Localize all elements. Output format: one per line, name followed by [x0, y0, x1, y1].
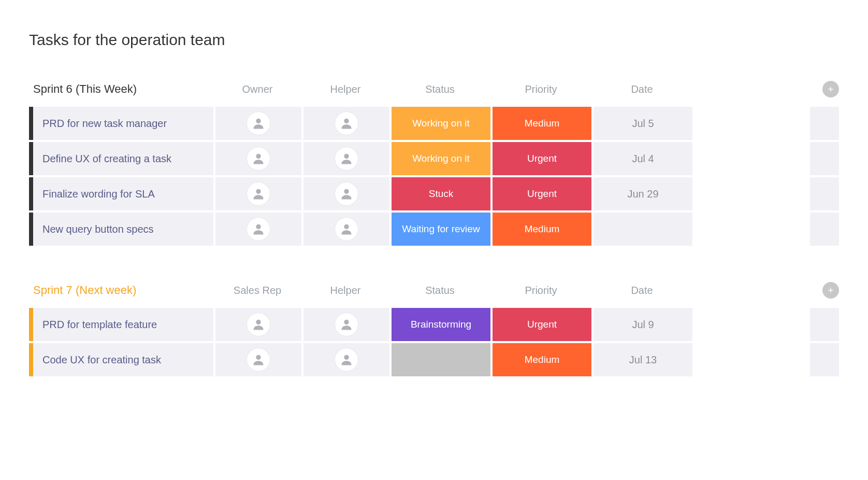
- avatar: [335, 147, 358, 170]
- task-group: Sprint 7 (Next week)Sales RepHelperStatu…: [29, 279, 839, 376]
- helper-cell[interactable]: [303, 213, 389, 246]
- priority-cell[interactable]: Medium: [493, 343, 591, 376]
- status-cell[interactable]: Working on it: [392, 107, 490, 140]
- group-title[interactable]: Sprint 7 (Next week): [33, 284, 213, 297]
- person-icon: [339, 222, 354, 236]
- task-group: Sprint 6 (This Week)OwnerHelperStatusPri…: [29, 78, 839, 246]
- owner-cell[interactable]: [215, 308, 301, 341]
- person-icon: [251, 116, 266, 131]
- svg-point-6: [256, 224, 261, 229]
- column-header[interactable]: Status: [389, 285, 490, 297]
- column-header[interactable]: Helper: [301, 83, 389, 95]
- table-row[interactable]: Define UX of creating a taskWorking on i…: [29, 142, 839, 175]
- table-row[interactable]: Finalize wording for SLAStuckUrgentJun 2…: [29, 177, 839, 210]
- avatar: [335, 218, 358, 241]
- owner-cell[interactable]: [215, 343, 301, 376]
- svg-point-8: [256, 320, 261, 324]
- owner-cell[interactable]: [215, 213, 301, 246]
- status-cell[interactable]: [392, 343, 490, 376]
- helper-cell[interactable]: [303, 343, 389, 376]
- helper-cell[interactable]: [303, 308, 389, 341]
- avatar: [247, 348, 270, 371]
- row-accent-bar: [29, 107, 33, 140]
- priority-cell[interactable]: Urgent: [493, 142, 591, 175]
- avatar: [247, 182, 270, 205]
- row-tail-cell: [810, 177, 839, 210]
- avatar: [247, 313, 270, 336]
- date-cell[interactable]: [594, 213, 692, 246]
- column-header[interactable]: Date: [591, 83, 692, 95]
- date-cell[interactable]: Jun 29: [594, 177, 692, 210]
- priority-cell[interactable]: Urgent: [493, 177, 591, 210]
- column-header[interactable]: Priority: [490, 285, 591, 297]
- task-name-cell[interactable]: New query button specs: [33, 213, 213, 246]
- row-accent-bar: [29, 177, 33, 210]
- row-tail-cell: [810, 142, 839, 175]
- svg-point-11: [344, 355, 349, 360]
- column-header[interactable]: Owner: [213, 83, 301, 95]
- table-row[interactable]: PRD for new task managerWorking on itMed…: [29, 107, 839, 140]
- table-row[interactable]: Code UX for creating taskMediumJul 13: [29, 343, 839, 376]
- group-header: Sprint 7 (Next week)Sales RepHelperStatu…: [29, 279, 839, 302]
- table-row[interactable]: New query button specsWaiting for review…: [29, 213, 839, 246]
- row-tail-cell: [810, 213, 839, 246]
- helper-cell[interactable]: [303, 142, 389, 175]
- row-tail-cell: [810, 107, 839, 140]
- status-cell[interactable]: Brainstorming: [392, 308, 490, 341]
- avatar: [247, 147, 270, 170]
- avatar: [335, 348, 358, 371]
- add-column-button[interactable]: [822, 282, 839, 299]
- person-icon: [251, 187, 266, 201]
- date-cell[interactable]: Jul 13: [594, 343, 692, 376]
- task-name-cell[interactable]: Finalize wording for SLA: [33, 177, 213, 210]
- avatar: [247, 218, 270, 241]
- svg-point-0: [256, 119, 261, 123]
- owner-cell[interactable]: [215, 107, 301, 140]
- avatar: [335, 313, 358, 336]
- column-header[interactable]: Priority: [490, 83, 591, 95]
- column-header[interactable]: Status: [389, 83, 490, 95]
- add-column-button[interactable]: [822, 81, 839, 97]
- svg-point-9: [344, 320, 349, 324]
- plus-icon: [827, 85, 835, 93]
- date-cell[interactable]: Jul 5: [594, 107, 692, 140]
- svg-point-2: [256, 154, 261, 159]
- group-title[interactable]: Sprint 6 (This Week): [33, 82, 213, 96]
- column-header[interactable]: Date: [591, 285, 692, 297]
- date-cell[interactable]: Jul 9: [594, 308, 692, 341]
- task-name-cell[interactable]: Code UX for creating task: [33, 343, 213, 376]
- column-header[interactable]: Helper: [301, 285, 389, 297]
- status-cell[interactable]: Working on it: [392, 142, 490, 175]
- person-icon: [251, 352, 266, 367]
- date-cell[interactable]: Jul 4: [594, 142, 692, 175]
- svg-point-10: [256, 355, 261, 360]
- owner-cell[interactable]: [215, 142, 301, 175]
- row-accent-bar: [29, 213, 33, 246]
- helper-cell[interactable]: [303, 177, 389, 210]
- column-header[interactable]: Sales Rep: [213, 285, 301, 297]
- svg-point-7: [344, 224, 349, 229]
- svg-point-4: [256, 189, 261, 194]
- helper-cell[interactable]: [303, 107, 389, 140]
- page-title: Tasks for the operation team: [29, 31, 839, 49]
- person-icon: [339, 116, 354, 131]
- person-icon: [339, 352, 354, 367]
- task-name-cell[interactable]: PRD for template feature: [33, 308, 213, 341]
- person-icon: [251, 151, 266, 166]
- svg-point-1: [344, 119, 349, 123]
- status-cell[interactable]: Waiting for review: [392, 213, 490, 246]
- person-icon: [251, 222, 266, 236]
- priority-cell[interactable]: Medium: [493, 107, 591, 140]
- status-cell[interactable]: Stuck: [392, 177, 490, 210]
- task-name-cell[interactable]: PRD for new task manager: [33, 107, 213, 140]
- table-row[interactable]: PRD for template featureBrainstormingUrg…: [29, 308, 839, 341]
- priority-cell[interactable]: Medium: [493, 213, 591, 246]
- task-name-cell[interactable]: Define UX of creating a task: [33, 142, 213, 175]
- person-icon: [251, 317, 266, 332]
- avatar: [335, 182, 358, 205]
- svg-point-5: [344, 189, 349, 194]
- owner-cell[interactable]: [215, 177, 301, 210]
- row-tail-cell: [810, 308, 839, 341]
- priority-cell[interactable]: Urgent: [493, 308, 591, 341]
- avatar: [247, 112, 270, 135]
